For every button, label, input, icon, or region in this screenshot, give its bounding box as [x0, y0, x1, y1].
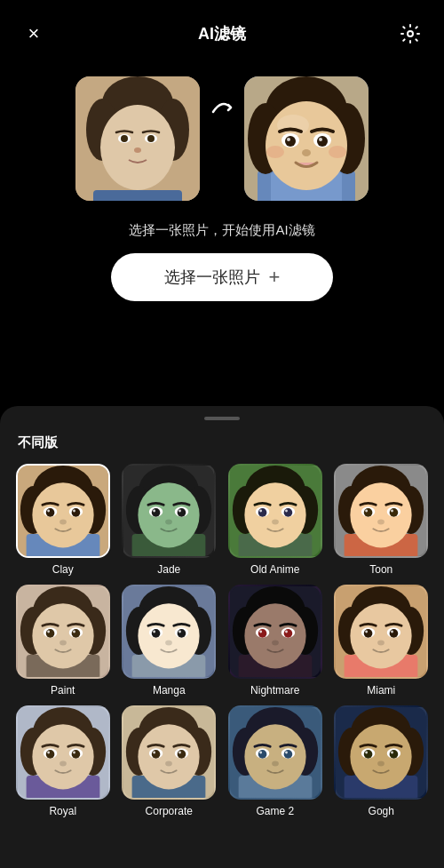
svg-point-191	[351, 724, 412, 789]
svg-point-155	[73, 752, 75, 754]
svg-point-30	[329, 146, 346, 158]
filter-name-manga: Manga	[153, 684, 186, 697]
svg-point-127	[285, 631, 288, 633]
svg-point-83	[390, 508, 399, 517]
filter-name-game2: Game 2	[256, 805, 294, 817]
svg-point-51	[139, 482, 200, 547]
filter-item-clay[interactable]: Clay	[14, 464, 112, 576]
svg-point-138	[364, 629, 373, 638]
filter-item-old-anime[interactable]: Old Anime	[226, 464, 324, 576]
filter-item-manga[interactable]: Manga	[121, 585, 218, 697]
filter-thumb-nightmare	[228, 585, 322, 679]
section-label: 不同版	[14, 434, 430, 451]
filter-thumb-toon	[334, 464, 428, 558]
select-photo-button[interactable]: 选择一张照片 +	[111, 253, 334, 301]
svg-point-156	[59, 761, 67, 767]
svg-point-69	[283, 508, 292, 517]
svg-point-135	[351, 603, 412, 668]
svg-point-99	[73, 631, 75, 633]
svg-point-153	[71, 750, 80, 759]
svg-point-142	[377, 641, 385, 646]
filter-name-toon: Toon	[369, 563, 392, 576]
filter-thumb-clay	[16, 464, 110, 558]
svg-point-21	[277, 115, 309, 136]
svg-point-40	[46, 508, 55, 517]
svg-point-98	[47, 631, 50, 633]
svg-point-55	[178, 508, 186, 517]
svg-point-9	[121, 135, 128, 142]
svg-point-100	[59, 641, 67, 646]
svg-point-26	[287, 138, 290, 141]
svg-point-166	[152, 750, 161, 759]
svg-point-180	[258, 750, 267, 759]
svg-point-163	[139, 724, 200, 789]
filter-thumb-corporate	[122, 705, 216, 800]
svg-point-110	[152, 629, 161, 638]
svg-point-93	[32, 603, 93, 668]
svg-point-20	[266, 101, 347, 190]
svg-point-168	[153, 752, 155, 754]
svg-point-58	[165, 520, 172, 525]
svg-point-97	[71, 629, 80, 638]
transformed-face-svg	[244, 76, 369, 201]
drag-handle[interactable]	[204, 417, 240, 420]
filter-face-svg-miami	[336, 586, 426, 677]
svg-point-124	[258, 629, 267, 638]
filter-face-svg-manga	[123, 586, 214, 677]
filter-name-corporate: Corporate	[146, 805, 193, 817]
filter-item-jade[interactable]: Jade	[121, 464, 218, 576]
close-button[interactable]: ×	[18, 18, 50, 50]
filter-thumb-game2	[228, 705, 322, 800]
svg-point-44	[59, 520, 67, 525]
svg-point-140	[365, 631, 368, 633]
svg-point-96	[46, 629, 55, 638]
filter-item-nightmare[interactable]: Nightmare	[226, 585, 324, 697]
svg-point-194	[364, 750, 373, 759]
svg-point-56	[153, 510, 155, 513]
gear-icon	[400, 23, 421, 44]
plus-icon: +	[269, 266, 281, 289]
svg-point-27	[319, 138, 322, 141]
filter-item-miami[interactable]: Miami	[333, 585, 431, 697]
svg-point-154	[47, 752, 50, 754]
filter-face-svg-old-anime	[230, 466, 321, 556]
svg-point-125	[283, 629, 292, 638]
svg-point-82	[364, 508, 373, 517]
svg-point-72	[272, 520, 279, 525]
filter-name-clay: Clay	[52, 563, 74, 576]
svg-point-37	[32, 482, 93, 547]
filter-item-corporate[interactable]: Corporate	[121, 705, 218, 817]
settings-button[interactable]	[394, 18, 426, 50]
filter-face-svg-toon	[336, 466, 426, 556]
svg-rect-12	[93, 190, 182, 201]
filter-name-royal: Royal	[49, 805, 76, 817]
filter-item-paint[interactable]: Paint	[14, 585, 112, 697]
svg-point-0	[408, 31, 413, 36]
bottom-sheet: 不同版 Clay Jade	[0, 406, 444, 868]
filter-item-game2[interactable]: Game 2	[226, 705, 324, 817]
filter-face-svg-corporate	[123, 707, 214, 798]
filter-face-svg-royal	[18, 707, 108, 798]
svg-point-121	[244, 603, 305, 668]
svg-point-177	[244, 724, 305, 789]
filter-item-toon[interactable]: Toon	[333, 464, 431, 576]
filter-item-gogh[interactable]: Gogh	[333, 705, 431, 817]
filter-thumb-paint	[16, 585, 110, 679]
svg-point-79	[351, 482, 412, 547]
filter-face-svg-gogh	[336, 707, 426, 798]
svg-point-126	[259, 631, 262, 633]
instruction-area: 选择一张照片，开始使用AI滤镜 选择一张照片 +	[18, 222, 426, 301]
svg-point-25	[317, 136, 328, 147]
svg-point-86	[377, 520, 385, 525]
svg-point-195	[390, 750, 399, 759]
svg-point-141	[391, 631, 393, 633]
filter-name-miami: Miami	[367, 684, 395, 697]
filter-thumb-old-anime	[228, 464, 322, 558]
filter-item-royal[interactable]: Royal	[14, 705, 112, 817]
top-section: × AI滤镜	[0, 0, 444, 435]
filter-name-old-anime: Old Anime	[250, 563, 299, 576]
svg-point-181	[283, 750, 292, 759]
svg-point-28	[302, 149, 311, 156]
transformed-photo	[244, 76, 369, 201]
close-icon: ×	[28, 24, 40, 44]
